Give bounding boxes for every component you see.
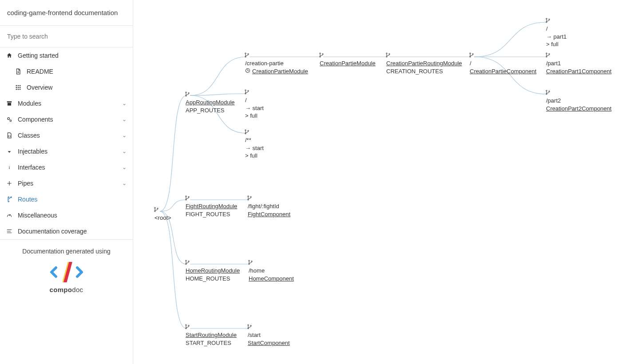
- nav-classes[interactable]: Classes ⌄: [0, 127, 133, 143]
- tree-node-redirect-part1: / → part1 > full: [546, 20, 567, 48]
- nav: Getting started README Overview Modules …: [0, 47, 133, 239]
- chevron-down-icon: ⌄: [122, 180, 127, 186]
- component-link[interactable]: CreationPartieComponent: [470, 68, 536, 75]
- sidebar: coding-game-frontend documentation Getti…: [0, 0, 133, 364]
- module-link[interactable]: CreationPartieRoutingModule: [386, 60, 462, 67]
- tree-node-creation-partie: /creation-partie CreationPartieModule: [245, 54, 308, 75]
- gauge-icon: [6, 212, 15, 218]
- tree-node-homerouting: HomeRoutingModule HOME_ROUTES: [186, 261, 240, 282]
- arrow-down-icon: [6, 148, 15, 154]
- branch-icon: [248, 260, 253, 265]
- nav-label: Modules: [18, 100, 122, 107]
- chevron-down-icon: ⌄: [122, 116, 127, 123]
- chevron-down-icon: ⌄: [122, 100, 127, 107]
- branch-icon: [244, 89, 250, 95]
- branch-icon: [244, 52, 250, 58]
- chevron-down-icon: ⌄: [122, 132, 127, 138]
- module-link[interactable]: CreationPartieModule: [320, 60, 376, 67]
- branch-icon: [185, 91, 190, 97]
- route-path: /start: [248, 331, 290, 339]
- component-link[interactable]: CreationPart2Component: [546, 105, 611, 112]
- route-path: /fight/:fightId: [248, 202, 290, 210]
- branch-icon: [185, 260, 190, 265]
- route-redirect: → start: [245, 104, 264, 112]
- nav-label: README: [27, 68, 127, 75]
- nav-label: Injectables: [18, 148, 122, 155]
- tree-node-redirect-wildcard: /** → start > full: [245, 131, 264, 160]
- nav-overview[interactable]: Overview: [0, 79, 133, 95]
- tree-node-fight: /fight/:fightId FightComponent: [248, 197, 290, 218]
- chevron-down-icon: ⌄: [122, 164, 127, 170]
- nav-getting-started[interactable]: Getting started: [0, 47, 133, 63]
- tree-node-creationpartiecomponent: / CreationPartieComponent: [470, 54, 536, 75]
- component-link[interactable]: FightComponent: [248, 211, 290, 218]
- cogs-icon: [6, 116, 15, 123]
- component-link[interactable]: StartComponent: [248, 340, 290, 346]
- nav-interfaces[interactable]: Interfaces ⌄: [0, 159, 133, 175]
- module-link[interactable]: StartRoutingModule: [186, 332, 237, 338]
- compodoc-logo[interactable]: compodoc: [5, 262, 127, 293]
- nav-label: Miscellaneous: [18, 212, 127, 219]
- tasks-icon: [6, 228, 15, 234]
- nav-modules[interactable]: Modules ⌄: [0, 95, 133, 111]
- tree-node-approuting: AppRoutingModule APP_ROUTES: [186, 93, 235, 114]
- component-link[interactable]: HomeComponent: [249, 275, 294, 282]
- plus-icon: [6, 180, 15, 186]
- tree-node-start: /start StartComponent: [248, 326, 290, 347]
- tree-node-redirect-root: / → start > full: [245, 91, 264, 120]
- branch-icon: [185, 324, 190, 329]
- module-link[interactable]: HomeRoutingModule: [186, 267, 240, 274]
- nav-coverage[interactable]: Documentation coverage: [0, 223, 133, 239]
- tree-node-root: <root>: [155, 209, 171, 222]
- module-link[interactable]: FightRoutingModule: [186, 203, 237, 210]
- node-label: <root>: [155, 214, 171, 222]
- nav-injectables[interactable]: Injectables ⌄: [0, 143, 133, 159]
- route-path: /: [245, 96, 264, 104]
- branch-icon: [385, 52, 391, 58]
- nav-components[interactable]: Components ⌄: [0, 111, 133, 127]
- file-code-icon: [6, 132, 15, 138]
- module-link[interactable]: AppRoutingModule: [186, 99, 235, 106]
- route-path: /part2: [546, 97, 611, 105]
- route-redirect: → start: [245, 144, 264, 152]
- svg-point-1: [10, 120, 12, 122]
- branch-icon: [319, 52, 324, 58]
- route-match: > full: [546, 40, 567, 48]
- nav-routes[interactable]: Routes: [0, 191, 133, 207]
- tree-node-home: /home HomeComponent: [249, 261, 294, 282]
- branch-icon: [545, 90, 551, 95]
- tree-node-startrouting: StartRoutingModule START_ROUTES: [186, 326, 237, 347]
- tree-node-creationpartieroutingmodule: CreationPartieRoutingModule CREATION_ROU…: [386, 54, 462, 75]
- branch-icon: [545, 52, 551, 58]
- nav-misc[interactable]: Miscellaneous: [0, 207, 133, 223]
- branch-icon: [6, 196, 15, 202]
- route-path: /part1: [546, 59, 611, 67]
- module-link[interactable]: CreationPartieModule: [252, 68, 308, 75]
- chevron-down-icon: ⌄: [122, 148, 127, 154]
- lazy-icon: [245, 67, 250, 75]
- route-path: /: [470, 59, 536, 67]
- branch-icon: [154, 207, 159, 212]
- component-link[interactable]: CreationPart1Component: [546, 68, 611, 75]
- routes-const: START_ROUTES: [186, 339, 237, 347]
- branch-icon: [244, 129, 250, 135]
- nav-label: Overview: [27, 84, 127, 91]
- routes-const: FIGHT_ROUTES: [186, 210, 237, 218]
- tree-node-fightrouting: FightRoutingModule FIGHT_ROUTES: [186, 197, 237, 218]
- logo-bold: compo: [50, 286, 72, 293]
- info-icon: [6, 164, 15, 170]
- nav-label: Components: [18, 116, 122, 123]
- routes-const: APP_ROUTES: [186, 107, 235, 115]
- nav-label: Documentation coverage: [18, 228, 127, 235]
- search-input[interactable]: [0, 26, 133, 47]
- routes-const: CREATION_ROUTES: [386, 67, 462, 75]
- nav-readme[interactable]: README: [0, 63, 133, 79]
- route-path: /: [546, 25, 567, 33]
- tree-node-creationpartiemodule: CreationPartieModule: [320, 54, 376, 67]
- nav-label: Getting started: [18, 52, 127, 59]
- credit-block: Documentation generated using compodoc: [0, 239, 133, 301]
- nav-pipes[interactable]: Pipes ⌄: [0, 175, 133, 191]
- tree-node-part1: /part1 CreationPart1Component: [546, 54, 611, 75]
- compodoc-logo-icon: [50, 262, 83, 282]
- routes-tree: <root> AppRoutingModule APP_ROUTES /crea…: [133, 0, 626, 364]
